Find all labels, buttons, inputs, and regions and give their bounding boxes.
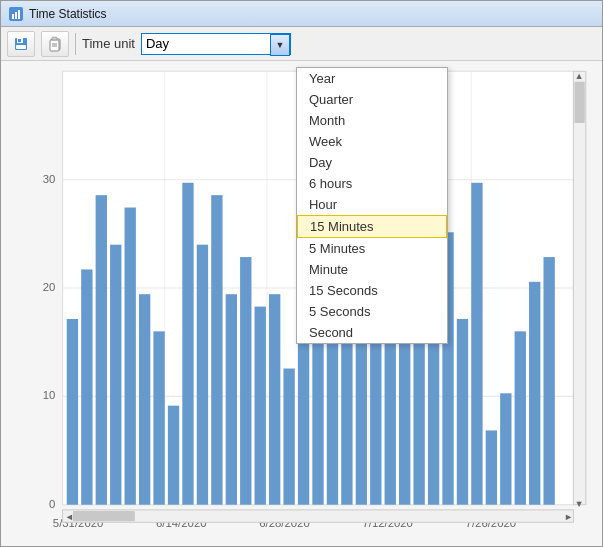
svg-text:▼: ▼ — [574, 499, 583, 509]
svg-text:30: 30 — [43, 173, 56, 185]
svg-rect-37 — [211, 195, 222, 505]
svg-rect-66 — [63, 510, 574, 522]
dropdown-selected-value: Day — [146, 36, 286, 51]
clipboard-button[interactable] — [41, 31, 69, 57]
save-icon — [13, 36, 29, 52]
time-unit-dropdown[interactable]: Day ▼ — [141, 33, 291, 55]
svg-rect-42 — [283, 369, 294, 505]
svg-text:►: ► — [564, 512, 573, 522]
svg-rect-60 — [543, 257, 554, 505]
svg-text:0: 0 — [49, 498, 55, 510]
svg-rect-6 — [18, 39, 21, 42]
toolbar: Time unit Day ▼ Year Quarter Month Week … — [1, 27, 602, 61]
svg-rect-31 — [125, 208, 136, 505]
svg-rect-27 — [67, 319, 78, 505]
svg-rect-49 — [385, 319, 396, 505]
svg-rect-10 — [52, 37, 57, 40]
svg-text:◄: ◄ — [65, 512, 74, 522]
svg-rect-57 — [500, 393, 511, 504]
dropdown-item-6hours[interactable]: 6 hours — [297, 173, 447, 194]
svg-rect-35 — [182, 183, 193, 505]
svg-rect-58 — [515, 331, 526, 504]
dropdown-item-year[interactable]: Year — [297, 68, 447, 89]
save-button[interactable] — [7, 31, 35, 57]
svg-rect-33 — [153, 331, 164, 504]
svg-rect-30 — [110, 245, 121, 505]
time-unit-dropdown-container[interactable]: Day ▼ Year Quarter Month Week Day 6 hour… — [141, 33, 291, 55]
svg-rect-71 — [574, 82, 584, 123]
svg-rect-2 — [15, 12, 17, 19]
svg-rect-70 — [573, 71, 585, 504]
svg-rect-39 — [240, 257, 251, 505]
dropdown-menu: Year Quarter Month Week Day 6 hours Hour… — [296, 67, 448, 344]
dropdown-item-5minutes[interactable]: 5 Minutes — [297, 238, 447, 259]
svg-text:10: 10 — [43, 389, 56, 401]
svg-rect-32 — [139, 294, 150, 505]
dropdown-item-month[interactable]: Month — [297, 110, 447, 131]
svg-rect-28 — [81, 269, 92, 504]
dropdown-item-quarter[interactable]: Quarter — [297, 89, 447, 110]
svg-rect-54 — [457, 319, 468, 505]
dropdown-item-day[interactable]: Day — [297, 152, 447, 173]
svg-rect-55 — [471, 183, 482, 505]
main-window: Time Statistics Time unit Day — [0, 0, 603, 547]
svg-rect-38 — [226, 294, 237, 505]
svg-rect-29 — [96, 195, 107, 505]
dropdown-item-second[interactable]: Second — [297, 322, 447, 343]
svg-rect-41 — [269, 294, 280, 505]
window-icon — [9, 7, 23, 21]
svg-rect-56 — [486, 430, 497, 504]
time-unit-label: Time unit — [82, 36, 135, 51]
svg-rect-67 — [73, 511, 135, 521]
svg-rect-7 — [16, 45, 26, 49]
clipboard-icon — [47, 36, 63, 52]
svg-rect-34 — [168, 406, 179, 505]
dropdown-item-week[interactable]: Week — [297, 131, 447, 152]
svg-rect-1 — [12, 14, 14, 19]
dropdown-item-15minutes[interactable]: 15 Minutes — [297, 215, 447, 238]
window-title: Time Statistics — [29, 7, 107, 21]
svg-rect-59 — [529, 282, 540, 505]
title-bar: Time Statistics — [1, 1, 602, 27]
svg-rect-40 — [255, 307, 266, 505]
toolbar-separator — [75, 33, 76, 55]
svg-text:20: 20 — [43, 281, 56, 293]
dropdown-item-15seconds[interactable]: 15 Seconds — [297, 280, 447, 301]
dropdown-item-hour[interactable]: Hour — [297, 194, 447, 215]
dropdown-item-minute[interactable]: Minute — [297, 259, 447, 280]
svg-rect-3 — [18, 10, 20, 19]
svg-text:▲: ▲ — [574, 71, 583, 81]
dropdown-item-5seconds[interactable]: 5 Seconds — [297, 301, 447, 322]
svg-rect-36 — [197, 245, 208, 505]
